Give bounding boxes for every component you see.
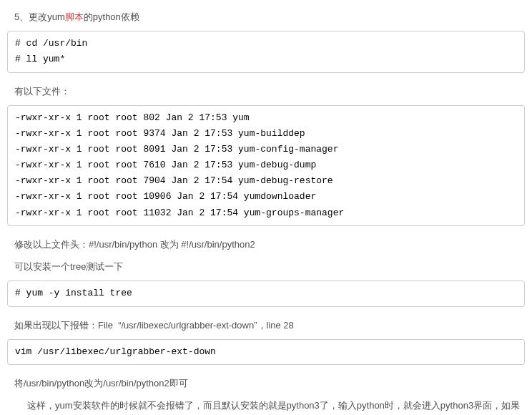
- section-heading: 5、更改yum脚本的python依赖: [7, 9, 525, 25]
- heading-prefix: 5、更改yum: [14, 11, 65, 22]
- text-conclusion: 这样，yum安装软件的时候就不会报错了，而且默认安装的就是python3了，输入…: [7, 397, 525, 415]
- text-fix-instruction: 将/usr/bin/python改为/usr/bin/python2即可: [7, 375, 525, 391]
- text-error-message: 如果出现以下报错：File “/usr/libexec/urlgrabber-e…: [7, 317, 525, 333]
- heading-highlight: 脚本: [65, 11, 84, 22]
- text-files-listed: 有以下文件：: [7, 83, 525, 99]
- heading-suffix: 的python依赖: [84, 11, 139, 22]
- code-block-vim: vim /usr/libexec/urlgrabber-ext-down: [7, 339, 525, 365]
- text-modify-header: 修改以上文件头：#!/usr/bin/python 改为 #!/usr/bin/…: [7, 236, 525, 253]
- text-install-tree: 可以安装一个tree测试一下: [7, 258, 525, 275]
- code-block-yum-install: # yum -y install tree: [7, 280, 525, 306]
- code-block-file-listing: -rwxr-xr-x 1 root root 802 Jan 2 17:53 y…: [7, 105, 525, 226]
- code-block-cd-ll: # cd /usr/bin # ll yum*: [7, 31, 525, 72]
